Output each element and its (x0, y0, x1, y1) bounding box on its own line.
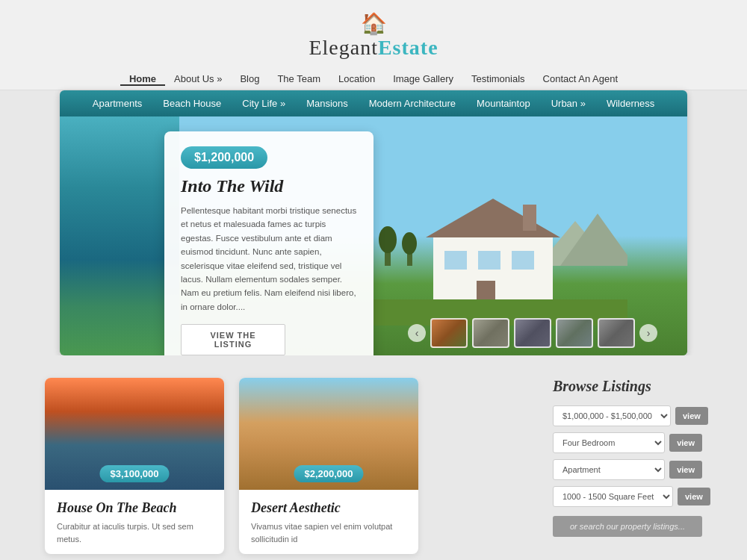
thumbnail-3[interactable] (514, 318, 551, 348)
search-property-button[interactable]: or search our property listings... (553, 516, 702, 537)
browse-row-3: Apartment House Condo Villa view (553, 459, 702, 480)
property-image-1: $3,100,000 (45, 378, 224, 490)
sqft-view-button[interactable]: view (678, 488, 710, 505)
hero-wrapper: Apartments Beach House City Life » Mansi… (60, 90, 687, 355)
thumb-prev-button[interactable]: ‹ (408, 324, 426, 342)
type-view-button[interactable]: view (669, 461, 702, 479)
hero-listing-title: Into The Wild (181, 176, 357, 196)
bedroom-view-button[interactable]: view (669, 434, 702, 452)
price-range-select[interactable]: $1,000,000 - $1,500,000 $1,500,000 - $2,… (553, 405, 671, 426)
browse-sidebar: Browse Listings $1,000,000 - $1,500,000 … (553, 378, 702, 554)
nav-about[interactable]: About Us » (165, 73, 231, 86)
snav-apartments[interactable]: Apartments (82, 98, 152, 109)
svg-point-4 (379, 226, 397, 253)
logo[interactable]: 🏠 ElegantEstate (309, 13, 438, 60)
secondary-nav: Apartments Beach House City Life » Mansi… (60, 90, 687, 116)
view-listing-button[interactable]: VIEW THE LISTING (181, 324, 285, 355)
property-title-1: House On The Beach (57, 500, 212, 516)
hero-price-badge: $1,200,000 (181, 146, 267, 169)
hero-section: $1,200,000 Into The Wild Pellentesque ha… (60, 116, 687, 355)
nav-location[interactable]: Location (329, 73, 384, 86)
property-desc-1: Curabitur at iaculis turpis. Ut sed sem … (57, 520, 212, 545)
nav-contact[interactable]: Contact An Agent (534, 73, 627, 86)
logo-elegant: Elegant (309, 36, 378, 59)
property-card-2: $2,200,000 Desert Aesthetic Vivamus vita… (239, 378, 418, 554)
primary-nav: Home About Us » Blog The Team Location I… (0, 67, 747, 90)
browse-row-2: Four Bedroom One Bedroom Two Bedroom Thr… (553, 432, 702, 453)
thumbnail-strip: ‹ › (408, 318, 657, 348)
site-header: 🏠 ElegantEstate (0, 0, 747, 67)
property-price-2: $2,200,000 (294, 465, 363, 482)
snav-city[interactable]: City Life » (232, 98, 296, 109)
snav-beach[interactable]: Beach House (152, 98, 232, 109)
property-image-2: $2,200,000 (239, 378, 418, 490)
browse-row-1: $1,000,000 - $1,500,000 $1,500,000 - $2,… (553, 405, 702, 426)
thumbnail-1[interactable] (430, 318, 468, 348)
browse-title: Browse Listings (553, 378, 702, 395)
nav-gallery[interactable]: Image Gallery (384, 73, 462, 86)
property-card-body-1: House On The Beach Curabitur at iaculis … (45, 490, 224, 554)
snav-modern[interactable]: Modern Architecture (359, 98, 466, 109)
thumb-next-button[interactable]: › (639, 324, 657, 342)
svg-rect-11 (478, 251, 500, 270)
property-price-1: $3,100,000 (99, 465, 169, 482)
type-select[interactable]: Apartment House Condo Villa (553, 459, 665, 480)
snav-urban[interactable]: Urban » (541, 98, 596, 109)
lower-section: $3,100,000 House On The Beach Curabitur … (0, 355, 747, 560)
browse-row-4: 1000 - 1500 Square Feet 1500 - 2000 Squa… (553, 486, 702, 507)
snav-mansions[interactable]: Mansions (296, 98, 359, 109)
svg-rect-10 (444, 251, 467, 270)
bedroom-select[interactable]: Four Bedroom One Bedroom Two Bedroom Thr… (553, 432, 665, 453)
nav-blog[interactable]: Blog (231, 73, 268, 86)
hero-listing-desc: Pellentesque habitant morbi tristique se… (181, 204, 357, 314)
price-view-button[interactable]: view (675, 407, 708, 425)
snav-wilderness[interactable]: Wilderness (596, 98, 665, 109)
thumbnail-2[interactable] (472, 318, 509, 348)
thumbnail-4[interactable] (556, 318, 593, 348)
svg-point-6 (402, 232, 417, 255)
svg-rect-9 (523, 205, 536, 231)
thumbnail-5[interactable] (598, 318, 635, 348)
listing-card: $1,200,000 Into The Wild Pellentesque ha… (164, 131, 374, 355)
logo-estate: Estate (378, 36, 438, 59)
property-cards: $3,100,000 House On The Beach Curabitur … (45, 378, 530, 554)
logo-icon: 🏠 (361, 13, 387, 34)
hero-house-svg (374, 176, 627, 326)
nav-home[interactable]: Home (120, 73, 165, 86)
snav-mountain[interactable]: Mountaintop (466, 98, 541, 109)
property-desc-2: Vivamus vitae sapien vel enim volutpat s… (251, 520, 406, 545)
property-card-1: $3,100,000 House On The Beach Curabitur … (45, 378, 224, 554)
svg-rect-12 (512, 251, 534, 270)
sqft-select[interactable]: 1000 - 1500 Square Feet 1500 - 2000 Squa… (553, 486, 673, 507)
logo-text: ElegantEstate (309, 36, 438, 60)
nav-team[interactable]: The Team (268, 73, 329, 86)
property-title-2: Desert Aesthetic (251, 500, 406, 516)
property-card-body-2: Desert Aesthetic Vivamus vitae sapien ve… (239, 490, 418, 554)
nav-testimonials[interactable]: Testimonials (462, 73, 534, 86)
